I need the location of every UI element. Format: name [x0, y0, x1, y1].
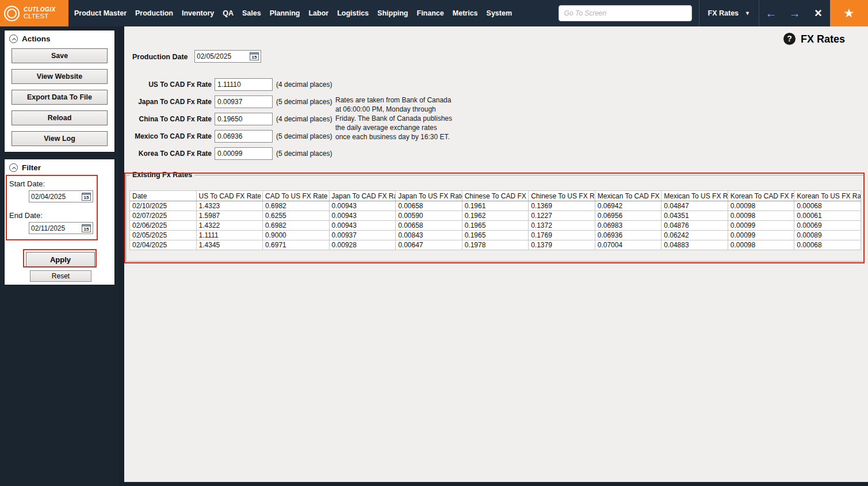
- cutlogix-logo-icon: [4, 6, 20, 21]
- table-cell: 0.04883: [661, 240, 728, 250]
- table-cell: 0.00647: [396, 240, 462, 250]
- us-to-cad-fx-rate-input[interactable]: [215, 78, 273, 91]
- chevron-down-icon: ▼: [745, 10, 750, 16]
- korea-to-cad-fx-rate-label: Korea To CAD Fx Rate: [124, 147, 212, 160]
- table-cell: 0.00099: [728, 221, 794, 231]
- column-header-cad-to-us-fx-rate[interactable]: CAD To US FX Rate: [263, 191, 330, 201]
- table-row[interactable]: 02/04/20251.43450.69710.009280.006470.19…: [130, 240, 861, 250]
- column-header-japan-to-cad-fx-ra[interactable]: Japan To CAD FX Ra: [329, 191, 396, 201]
- nav-menu: Product MasterProductionInventoryQASales…: [74, 9, 512, 17]
- column-header-japan-to-us-fx-rate[interactable]: Japan To US FX Rate: [396, 191, 462, 201]
- view-website-button[interactable]: View Website: [12, 69, 108, 84]
- apply-button[interactable]: Apply: [26, 252, 95, 267]
- screen-dropdown[interactable]: FX Rates ▼: [699, 0, 759, 26]
- actions-button-stack: SaveView WebsiteExport Data To FileReloa…: [5, 46, 114, 146]
- column-header-chinese-to-us-fx-ra[interactable]: Chinese To US FX Ra: [529, 191, 595, 201]
- table-cell: 0.1372: [529, 221, 595, 231]
- calendar-icon[interactable]: 15: [250, 52, 259, 60]
- end-date-input[interactable]: 02/11/2025 15: [29, 222, 93, 234]
- back-arrow-icon[interactable]: ←: [759, 7, 783, 20]
- table-row[interactable]: 02/05/20251.11110.90000.009370.008430.19…: [130, 231, 861, 240]
- go-to-screen-input[interactable]: [559, 5, 692, 21]
- nav-item-system[interactable]: System: [487, 9, 512, 17]
- collapse-icon[interactable]: [9, 163, 18, 172]
- filter-panel: Filter Start Date: 02/04/2025 15 End Dat…: [4, 159, 115, 285]
- app-logo[interactable]: CUTLOGIX CLTEST: [0, 0, 68, 26]
- top-nav: CUTLOGIX CLTEST Product MasterProduction…: [0, 0, 868, 26]
- close-icon[interactable]: ×: [806, 6, 830, 21]
- collapse-icon[interactable]: [9, 35, 18, 43]
- favorite-button[interactable]: ★: [830, 0, 868, 26]
- table-cell: 02/06/2025: [130, 221, 197, 231]
- nav-item-shipping[interactable]: Shipping: [377, 9, 408, 17]
- column-header-chinese-to-cad-fx-f[interactable]: Chinese To CAD FX F: [462, 191, 529, 201]
- decimal-places-hint: (5 decimal places): [276, 147, 332, 160]
- column-header-korean-to-cad-fx-r[interactable]: Korean To CAD FX R: [728, 191, 794, 201]
- table-cell: 02/05/2025: [130, 231, 197, 240]
- filter-panel-header[interactable]: Filter: [5, 159, 114, 175]
- calendar-icon[interactable]: 15: [82, 224, 91, 232]
- calendar-icon-day: 15: [82, 227, 90, 232]
- column-header-korean-to-us-fx-rat[interactable]: Korean To US FX Rat: [794, 191, 861, 201]
- decimal-places-hint: (4 decimal places): [276, 78, 332, 91]
- table-cell: 0.00068: [794, 240, 861, 250]
- table-cell: 0.06956: [595, 211, 661, 221]
- help-icon[interactable]: ?: [783, 33, 796, 45]
- mexico-to-cad-fx-rate-input[interactable]: [215, 130, 273, 143]
- forward-arrow-icon[interactable]: →: [783, 7, 806, 20]
- japan-to-cad-fx-rate-input[interactable]: [215, 95, 273, 108]
- nav-item-qa[interactable]: QA: [223, 9, 234, 17]
- korea-to-cad-fx-rate-input[interactable]: [215, 147, 273, 160]
- table-cell: 0.04847: [661, 201, 728, 211]
- column-header-us-to-cad-fx-rate[interactable]: US To CAD FX Rate: [196, 191, 263, 201]
- reload-button[interactable]: Reload: [12, 110, 108, 125]
- table-cell: 0.00069: [794, 221, 861, 231]
- table-cell: 0.1962: [462, 211, 529, 221]
- view-log-button[interactable]: View Log: [12, 131, 108, 146]
- end-date-label: End Date:: [9, 211, 43, 220]
- table-row[interactable]: 02/10/20251.43230.69820.009430.006580.19…: [130, 201, 861, 211]
- table-cell: 0.06942: [595, 201, 661, 211]
- table-cell: 0.1978: [462, 240, 529, 250]
- brand-name: CUTLOGIX: [24, 6, 56, 13]
- table-cell: 0.00658: [396, 221, 462, 231]
- column-header-mexican-to-us-fx-r[interactable]: Mexican To US FX R: [661, 191, 728, 201]
- table-cell: 0.00089: [794, 231, 861, 240]
- table-cell: 0.06983: [595, 221, 661, 231]
- column-header-date[interactable]: Date: [130, 191, 197, 201]
- start-date-input[interactable]: 02/04/2025 15: [29, 190, 93, 202]
- table-cell: 0.04351: [661, 211, 728, 221]
- environment-name: CLTEST: [24, 13, 56, 20]
- table-cell: 0.00928: [329, 240, 396, 250]
- reset-button[interactable]: Reset: [30, 270, 91, 282]
- column-header-mexican-to-cad-fx[interactable]: Mexican To CAD FX: [595, 191, 661, 201]
- table-cell: 0.00943: [329, 201, 396, 211]
- start-date-value: 02/04/2025: [31, 193, 66, 201]
- nav-item-sales[interactable]: Sales: [242, 9, 261, 17]
- decimal-places-hint: (5 decimal places): [276, 130, 332, 143]
- nav-item-metrics[interactable]: Metrics: [453, 9, 478, 17]
- nav-item-finance[interactable]: Finance: [417, 9, 444, 17]
- table-cell: 1.4322: [196, 221, 263, 231]
- export-data-to-file-button[interactable]: Export Data To File: [12, 90, 108, 105]
- table-cell: 0.6971: [263, 240, 330, 250]
- table-cell: 0.00098: [728, 211, 794, 221]
- table-cell: 02/04/2025: [130, 240, 197, 250]
- calendar-icon[interactable]: 15: [82, 193, 91, 201]
- table-cell: 0.00590: [396, 211, 462, 221]
- nav-item-logistics[interactable]: Logistics: [337, 9, 369, 17]
- logo-text: CUTLOGIX CLTEST: [24, 6, 56, 21]
- save-button[interactable]: Save: [12, 48, 108, 63]
- table-cell: 1.5987: [196, 211, 263, 221]
- table-row[interactable]: 02/07/20251.59870.62550.009430.005900.19…: [130, 211, 861, 221]
- actions-panel-header[interactable]: Actions: [5, 30, 114, 46]
- nav-item-inventory[interactable]: Inventory: [182, 9, 214, 17]
- table-cell: 0.1965: [462, 231, 529, 240]
- nav-item-planning[interactable]: Planning: [270, 9, 300, 17]
- table-row[interactable]: 02/06/20251.43220.69820.009430.006580.19…: [130, 221, 861, 231]
- production-date-input[interactable]: 02/05/2025 15: [194, 50, 261, 63]
- nav-item-labor[interactable]: Labor: [308, 9, 328, 17]
- nav-item-product-master[interactable]: Product Master: [74, 9, 127, 17]
- nav-item-production[interactable]: Production: [135, 9, 173, 17]
- china-to-cad-fx-rate-input[interactable]: [215, 113, 273, 125]
